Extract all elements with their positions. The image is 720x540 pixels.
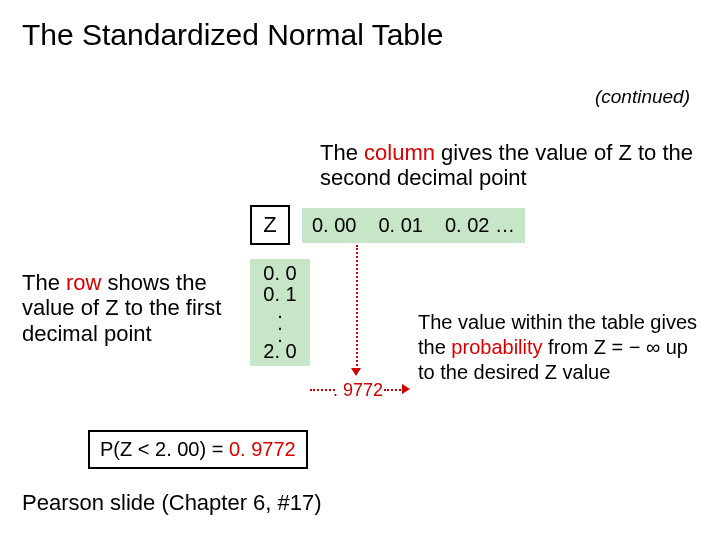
cell-value: . 9772	[333, 380, 383, 401]
column-headers: 0. 00 0. 01 0. 02 …	[302, 208, 525, 243]
row-desc-highlight: row	[66, 270, 101, 295]
z-table: Z 0. 00 0. 01 0. 02 … 0. 0 0. 1 . . . 2.…	[250, 205, 525, 366]
z-table-header: Z 0. 00 0. 01 0. 02 …	[250, 205, 525, 245]
continued-label: (continued)	[595, 86, 690, 108]
row-stubs: 0. 0 0. 1 . . . 2. 0	[250, 259, 310, 366]
formula-lhs: P(Z < 2. 00) =	[100, 438, 229, 460]
formula-rhs: 0. 9772	[229, 438, 296, 460]
col-header-0: 0. 00	[312, 214, 356, 237]
arrow-right-icon	[402, 384, 410, 394]
vertical-callout-line	[356, 245, 358, 370]
row-desc-pre: The	[22, 270, 66, 295]
row-stub-last: 2. 0	[256, 341, 304, 362]
row-stub-0: 0. 0	[256, 263, 304, 284]
col-header-1: 0. 01	[378, 214, 422, 237]
page-title: The Standardized Normal Table	[22, 18, 443, 52]
col-desc-pre: The	[320, 140, 364, 165]
probability-formula: P(Z < 2. 00) = 0. 9772	[88, 430, 308, 469]
col-desc-highlight: column	[364, 140, 435, 165]
horizontal-callout-line-right	[384, 389, 404, 391]
z-corner-label: Z	[250, 205, 290, 245]
col-header-2: 0. 02 …	[445, 214, 515, 237]
row-description: The row shows the value of Z to the firs…	[22, 270, 242, 346]
slide-footer: Pearson slide (Chapter 6, #17)	[22, 490, 322, 516]
horizontal-callout-line-left	[310, 389, 335, 391]
arrow-down-icon	[351, 368, 361, 376]
column-description: The column gives the value of Z to the s…	[320, 140, 720, 191]
